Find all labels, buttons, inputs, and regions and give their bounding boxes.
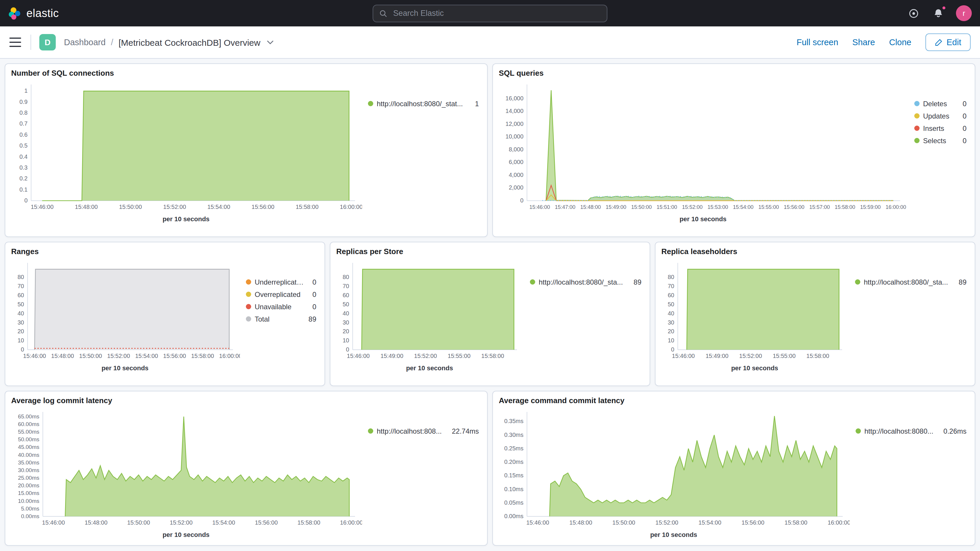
- legend-item[interactable]: http://localhost:808...22.74ms: [368, 425, 479, 437]
- legend-value: 22.74ms: [447, 427, 479, 435]
- svg-text:0.7: 0.7: [19, 120, 27, 127]
- panel-number-of-sql-connections: Number of SQL connections 00.10.20.30.40…: [5, 64, 488, 237]
- svg-text:15:46:00: 15:46:00: [347, 353, 370, 359]
- svg-text:35.00ms: 35.00ms: [18, 459, 39, 466]
- svg-text:15:58:00: 15:58:00: [481, 353, 504, 359]
- svg-text:16:00:00: 16:00:00: [219, 353, 240, 359]
- global-search[interactable]: [372, 5, 608, 22]
- chart-legend: Underreplicated0Overreplicated0Unavailab…: [240, 258, 320, 382]
- svg-text:30: 30: [668, 319, 674, 326]
- chart-legend: http://localhost:808...22.74ms: [362, 407, 482, 541]
- svg-text:20: 20: [18, 328, 24, 334]
- svg-text:55.00ms: 55.00ms: [18, 428, 39, 435]
- legend-color-dot: [246, 291, 251, 297]
- dashboard-row-1: Number of SQL connections 00.10.20.30.40…: [5, 64, 975, 237]
- legend-label: Overreplicated: [255, 290, 301, 298]
- breadcrumb: Dashboard / [Metricbeat CockroachDB] Ove…: [64, 37, 273, 47]
- top-header: elastic: [0, 0, 980, 26]
- svg-text:0: 0: [24, 197, 27, 204]
- log-commit-latency-chart[interactable]: 0.00ms5.00ms10.00ms15.00ms20.00ms25.00ms…: [10, 407, 362, 529]
- svg-text:25.00ms: 25.00ms: [18, 475, 39, 481]
- panel-ranges: Ranges 0102030405060708015:46:0015:48:00…: [5, 242, 325, 386]
- search-input[interactable]: [392, 8, 601, 18]
- legend-item[interactable]: http://localhost:8080/_sta...89: [855, 276, 967, 288]
- legend-item[interactable]: Total89: [246, 313, 316, 325]
- svg-text:40.00ms: 40.00ms: [18, 452, 39, 458]
- elastic-brand[interactable]: elastic: [8, 7, 59, 20]
- svg-text:15:46:00: 15:46:00: [23, 353, 46, 359]
- x-axis-title: per 10 seconds: [731, 365, 778, 371]
- svg-text:10: 10: [18, 337, 24, 344]
- deployment-icon[interactable]: [907, 6, 921, 20]
- user-avatar[interactable]: r: [956, 5, 972, 21]
- dashboard-row-3: Average log commit latency 0.00ms5.00ms1…: [5, 391, 975, 546]
- chevron-down-icon[interactable]: [267, 40, 273, 44]
- svg-text:15:58:00: 15:58:00: [806, 353, 829, 359]
- replica-leaseholders-chart[interactable]: 0102030405060708015:46:0015:49:0015:52:0…: [660, 258, 849, 363]
- legend-item[interactable]: http://localhost:8080/_stat...1: [368, 97, 479, 110]
- svg-text:1: 1: [24, 88, 27, 94]
- svg-text:15:54:00: 15:54:00: [698, 519, 721, 526]
- legend-color-dot: [246, 304, 251, 309]
- clone-button[interactable]: Clone: [889, 38, 912, 47]
- panel-title: Average command commit latency: [493, 392, 975, 406]
- command-commit-latency-chart[interactable]: 0.00ms0.05ms0.10ms0.15ms0.20ms0.25ms0.30…: [498, 407, 850, 529]
- legend-value: 0: [308, 290, 316, 298]
- legend-value: 1: [470, 99, 479, 108]
- svg-text:65.00ms: 65.00ms: [18, 413, 39, 420]
- svg-text:15:56:00: 15:56:00: [255, 519, 278, 526]
- legend-item[interactable]: Selects0: [914, 134, 967, 147]
- header-actions: r: [907, 5, 972, 21]
- sql-connections-chart[interactable]: 00.10.20.30.40.50.60.70.80.9115:46:0015:…: [10, 80, 362, 213]
- legend-item[interactable]: http://localhost:8080...0.26ms: [856, 425, 967, 437]
- x-axis-title: per 10 seconds: [406, 365, 453, 371]
- full-screen-button[interactable]: Full screen: [797, 38, 838, 47]
- legend-item[interactable]: Updates0: [914, 110, 967, 122]
- legend-item[interactable]: Deletes0: [914, 97, 967, 110]
- chart-legend: Deletes0Updates0Inserts0Selects0: [908, 80, 970, 233]
- legend-color-dot: [914, 113, 920, 118]
- menu-hamburger-icon[interactable]: [10, 38, 21, 47]
- svg-text:0.30ms: 0.30ms: [504, 432, 523, 438]
- share-button[interactable]: Share: [853, 38, 875, 47]
- legend-item[interactable]: Overreplicated0: [246, 288, 316, 301]
- legend-value: 0: [958, 137, 967, 145]
- svg-text:0.25ms: 0.25ms: [504, 445, 523, 452]
- svg-text:15:48:00: 15:48:00: [75, 204, 98, 210]
- svg-text:45.00ms: 45.00ms: [18, 444, 39, 450]
- legend-item[interactable]: Underreplicated0: [246, 276, 316, 288]
- edit-button[interactable]: Edit: [926, 33, 970, 51]
- search-icon: [379, 9, 387, 17]
- svg-text:15:55:00: 15:55:00: [759, 204, 779, 210]
- replicas-per-store-chart[interactable]: 0102030405060708015:46:0015:49:0015:52:0…: [335, 258, 524, 363]
- svg-text:15:49:00: 15:49:00: [380, 353, 403, 359]
- sql-queries-chart[interactable]: 02,0004,0006,0008,00010,00012,00014,0001…: [498, 80, 908, 213]
- svg-text:15:54:00: 15:54:00: [733, 204, 754, 210]
- pencil-icon: [935, 38, 942, 46]
- legend-label: http://localhost:808...: [377, 427, 442, 435]
- legend-item[interactable]: http://localhost:8080/_sta...89: [530, 276, 641, 288]
- panel-sql-queries: SQL queries 02,0004,0006,0008,00010,0001…: [492, 64, 975, 237]
- dashboard-content: Number of SQL connections 00.10.20.30.40…: [0, 59, 980, 551]
- svg-text:14,000: 14,000: [506, 108, 523, 114]
- panel-title: Replicas per Store: [330, 242, 650, 257]
- ranges-chart[interactable]: 0102030405060708015:46:0015:48:0015:50:0…: [10, 258, 240, 363]
- svg-text:15:46:00: 15:46:00: [672, 353, 695, 359]
- svg-text:15:56:00: 15:56:00: [784, 204, 804, 210]
- legend-value: 0: [958, 124, 967, 132]
- svg-text:16:00:00: 16:00:00: [886, 204, 906, 210]
- legend-color-dot: [368, 101, 373, 106]
- svg-text:50.00ms: 50.00ms: [18, 436, 39, 443]
- svg-text:0.00ms: 0.00ms: [21, 513, 39, 519]
- breadcrumb-dashboard-link[interactable]: Dashboard: [64, 38, 106, 47]
- legend-item[interactable]: Inserts0: [914, 122, 967, 134]
- svg-text:15:52:00: 15:52:00: [170, 519, 192, 526]
- legend-item[interactable]: Unavailable0: [246, 301, 316, 313]
- svg-text:15:58:00: 15:58:00: [835, 204, 855, 210]
- svg-text:15:50:00: 15:50:00: [119, 204, 142, 210]
- notifications-bell-icon[interactable]: [931, 6, 945, 20]
- legend-label: http://localhost:8080...: [864, 427, 933, 435]
- svg-text:0.6: 0.6: [19, 131, 27, 138]
- legend-value: 0: [308, 303, 316, 311]
- svg-text:40: 40: [18, 310, 24, 317]
